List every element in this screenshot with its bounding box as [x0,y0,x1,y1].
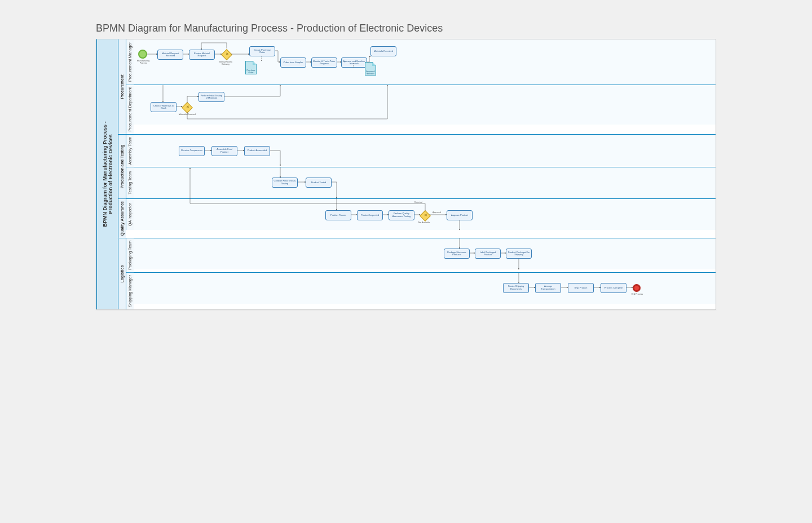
lane-shipping: Shipping Manager Create Shipping Documen… [126,273,716,309]
gateway-qa[interactable] [420,210,431,221]
lane-label-qa: QA Inspector [126,199,134,230]
start-event[interactable] [138,50,147,59]
end-label: End Process [629,293,646,295]
task-material-request[interactable]: Material Request Received [157,50,183,60]
gateway-review-label: Internal Review Gateway [217,61,234,65]
subpool-production: Production and Testing Assembly Team Rec… [118,135,716,199]
gateway-qa-label: Not Available [416,221,433,224]
task-create-po[interactable]: Create Purchase Order [249,46,275,56]
edge-rejected: Rejected [414,201,422,203]
lane-proc-manager: Procurement Manager Manufacturing Proces… [126,39,716,85]
task-create-docs[interactable]: Create Shipping Documents [503,283,529,293]
lane-packaging: Packaging Team Package Electronic Produc… [126,238,716,273]
task-assemble[interactable]: Assemble Final Product [211,146,237,156]
task-receive-components[interactable]: Receive Components [179,146,205,156]
lane-label-proc-dept: Procurement Department [126,85,134,134]
task-label-package[interactable]: Label Packaged Product [475,249,501,259]
task-approve-baseline[interactable]: Approve and Baseline Materials [341,57,367,68]
lane-label-shipping: Shipping Manager [126,273,134,309]
page-title: BPMN Diagram for Manufacturing Process -… [96,23,716,34]
subpool-label-qa: Quality Assurance [118,199,126,238]
task-arrange-transport[interactable]: Arrange Transportation [535,283,561,293]
subpool-qa: Quality Assurance QA Inspector Product P… [118,199,716,238]
lane-testing: Testing Team Conduct Final Tests & Testi… [126,167,716,198]
task-materials-received[interactable]: Materials Received [370,46,396,56]
lane-qa-inspector: QA Inspector Product Passes Product Insp… [126,199,716,230]
task-product-packaged[interactable]: Product Packaged for Shipping [506,249,532,259]
gateway-material[interactable] [182,102,193,113]
start-label: Manufacturing Process [135,60,152,64]
task-product-tested[interactable]: Product Tested [306,178,332,188]
lane-label-assembly: Assembly Team [126,135,134,167]
lane-label-testing: Testing Team [126,167,134,198]
task-approve-product[interactable]: Approve Product [447,210,473,220]
task-process-complete[interactable]: Process Complete [601,283,626,293]
doc-po: Purchase Order [245,61,257,74]
end-event[interactable] [633,284,641,292]
task-perform-quality[interactable]: Perform Quality Assurance Testing [389,210,414,220]
gateway-material-label: Materials Received [179,113,196,116]
lane-label-packaging: Packaging Team [126,238,134,272]
task-perform-initial[interactable]: Perform Initial Testing of Materials [198,92,224,102]
lane-assembly: Assembly Team Receive Components Assembl… [126,135,716,167]
task-ship[interactable]: Ship Product [568,283,594,293]
edge-approved: Approved [433,211,441,214]
subpool-label-logistics: Logistics [118,238,126,309]
subpool-procurement: Procurement Procurement Manager Manufact… [118,39,716,135]
lane-label-proc-mgr: Procurement Manager [126,39,134,85]
task-order-supplier[interactable]: Order from Supplier [280,57,306,68]
bpmn-diagram: BPMN Diagram for Manufacturing Process -… [96,39,716,310]
task-review-request[interactable]: Review Material Request [189,50,215,60]
lane-proc-dept: Procurement Department Check if Material… [126,85,716,134]
task-product-inspected[interactable]: Product Inspected [357,210,383,220]
task-product-passes[interactable]: Product Passes [325,210,351,220]
task-conduct-tests[interactable]: Conduct Final Tests & Testing [272,178,298,188]
subpool-logistics: Logistics Packaging Team Package Electro… [118,238,716,309]
pool-line1: BPMN Diagram for Manufacturing Process - [102,122,108,227]
task-package[interactable]: Package Electronic Products [444,249,470,259]
task-product-assembled[interactable]: Product Assembled [244,146,270,156]
task-monitor[interactable]: Monitor & Track Order Progress [311,57,337,68]
subpool-label-procurement: Procurement [118,39,126,134]
gateway-review[interactable] [221,49,232,60]
doc-baseline: Approved Materials [365,62,376,76]
subpool-label-production: Production and Testing [118,135,126,198]
pool-label: BPMN Diagram for Manufacturing Process -… [96,39,118,309]
pool-line2: Production of Electronic Devices [108,135,113,214]
task-check-stock[interactable]: Check if Materials in Stock [151,102,176,112]
